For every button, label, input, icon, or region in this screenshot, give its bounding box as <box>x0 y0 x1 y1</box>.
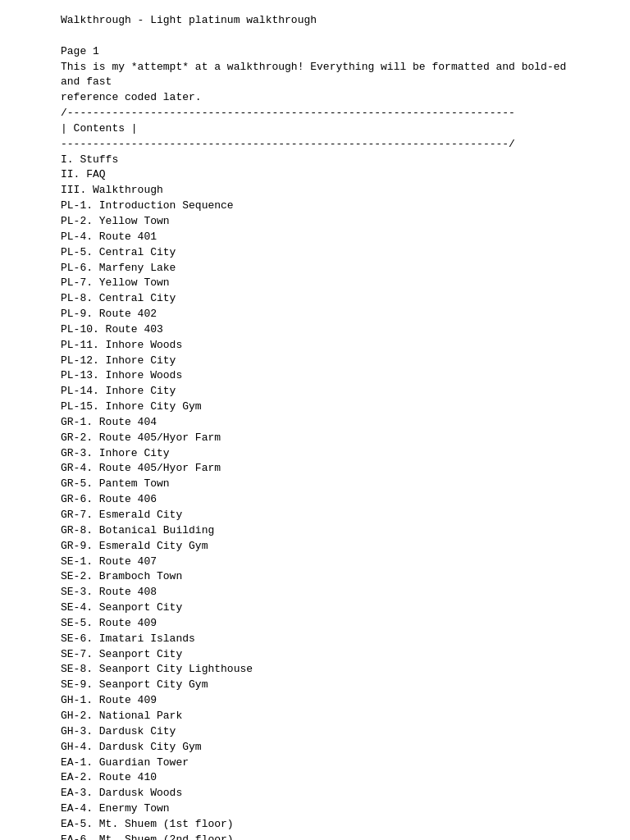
walkthrough-text: Walkthrough - Light platinum walkthrough… <box>61 13 569 840</box>
